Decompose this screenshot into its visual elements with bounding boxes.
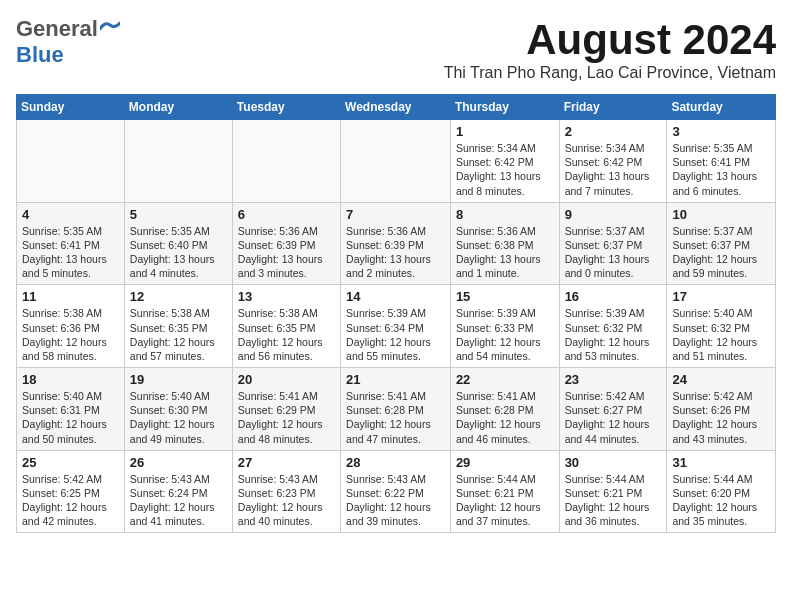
day-number: 28: [346, 455, 445, 470]
day-info: Sunrise: 5:34 AM Sunset: 6:42 PM Dayligh…: [565, 141, 662, 198]
calendar-cell: 10Sunrise: 5:37 AM Sunset: 6:37 PM Dayli…: [667, 202, 776, 285]
calendar-cell: 25Sunrise: 5:42 AM Sunset: 6:25 PM Dayli…: [17, 450, 125, 533]
day-info: Sunrise: 5:36 AM Sunset: 6:39 PM Dayligh…: [238, 224, 335, 281]
day-info: Sunrise: 5:40 AM Sunset: 6:32 PM Dayligh…: [672, 306, 770, 363]
calendar-cell: 22Sunrise: 5:41 AM Sunset: 6:28 PM Dayli…: [450, 368, 559, 451]
day-number: 25: [22, 455, 119, 470]
calendar-cell: [17, 120, 125, 203]
day-info: Sunrise: 5:44 AM Sunset: 6:21 PM Dayligh…: [565, 472, 662, 529]
calendar-cell: 15Sunrise: 5:39 AM Sunset: 6:33 PM Dayli…: [450, 285, 559, 368]
calendar-cell: 28Sunrise: 5:43 AM Sunset: 6:22 PM Dayli…: [341, 450, 451, 533]
header-day-friday: Friday: [559, 95, 667, 120]
day-info: Sunrise: 5:41 AM Sunset: 6:28 PM Dayligh…: [456, 389, 554, 446]
calendar-cell: 8Sunrise: 5:36 AM Sunset: 6:38 PM Daylig…: [450, 202, 559, 285]
day-info: Sunrise: 5:42 AM Sunset: 6:27 PM Dayligh…: [565, 389, 662, 446]
day-info: Sunrise: 5:39 AM Sunset: 6:32 PM Dayligh…: [565, 306, 662, 363]
calendar-cell: 27Sunrise: 5:43 AM Sunset: 6:23 PM Dayli…: [232, 450, 340, 533]
calendar-cell: 14Sunrise: 5:39 AM Sunset: 6:34 PM Dayli…: [341, 285, 451, 368]
calendar-cell: [232, 120, 340, 203]
calendar-cell: 7Sunrise: 5:36 AM Sunset: 6:39 PM Daylig…: [341, 202, 451, 285]
calendar-header-row: SundayMondayTuesdayWednesdayThursdayFrid…: [17, 95, 776, 120]
calendar-cell: [341, 120, 451, 203]
calendar-week-row: 4Sunrise: 5:35 AM Sunset: 6:41 PM Daylig…: [17, 202, 776, 285]
day-number: 24: [672, 372, 770, 387]
day-info: Sunrise: 5:37 AM Sunset: 6:37 PM Dayligh…: [672, 224, 770, 281]
day-info: Sunrise: 5:37 AM Sunset: 6:37 PM Dayligh…: [565, 224, 662, 281]
day-number: 26: [130, 455, 227, 470]
day-number: 11: [22, 289, 119, 304]
calendar-cell: [124, 120, 232, 203]
day-info: Sunrise: 5:39 AM Sunset: 6:34 PM Dayligh…: [346, 306, 445, 363]
day-number: 19: [130, 372, 227, 387]
day-number: 9: [565, 207, 662, 222]
calendar-cell: 12Sunrise: 5:38 AM Sunset: 6:35 PM Dayli…: [124, 285, 232, 368]
day-number: 1: [456, 124, 554, 139]
day-number: 18: [22, 372, 119, 387]
day-info: Sunrise: 5:35 AM Sunset: 6:41 PM Dayligh…: [672, 141, 770, 198]
day-info: Sunrise: 5:42 AM Sunset: 6:26 PM Dayligh…: [672, 389, 770, 446]
header-day-monday: Monday: [124, 95, 232, 120]
day-number: 12: [130, 289, 227, 304]
day-number: 30: [565, 455, 662, 470]
day-info: Sunrise: 5:36 AM Sunset: 6:38 PM Dayligh…: [456, 224, 554, 281]
day-info: Sunrise: 5:38 AM Sunset: 6:35 PM Dayligh…: [238, 306, 335, 363]
header-day-saturday: Saturday: [667, 95, 776, 120]
day-info: Sunrise: 5:38 AM Sunset: 6:35 PM Dayligh…: [130, 306, 227, 363]
header-day-tuesday: Tuesday: [232, 95, 340, 120]
day-info: Sunrise: 5:36 AM Sunset: 6:39 PM Dayligh…: [346, 224, 445, 281]
logo-general: General: [16, 16, 98, 42]
calendar-cell: 9Sunrise: 5:37 AM Sunset: 6:37 PM Daylig…: [559, 202, 667, 285]
day-number: 31: [672, 455, 770, 470]
calendar-cell: 16Sunrise: 5:39 AM Sunset: 6:32 PM Dayli…: [559, 285, 667, 368]
day-info: Sunrise: 5:41 AM Sunset: 6:28 PM Dayligh…: [346, 389, 445, 446]
calendar-cell: 13Sunrise: 5:38 AM Sunset: 6:35 PM Dayli…: [232, 285, 340, 368]
calendar-week-row: 18Sunrise: 5:40 AM Sunset: 6:31 PM Dayli…: [17, 368, 776, 451]
day-info: Sunrise: 5:43 AM Sunset: 6:24 PM Dayligh…: [130, 472, 227, 529]
calendar-cell: 26Sunrise: 5:43 AM Sunset: 6:24 PM Dayli…: [124, 450, 232, 533]
calendar-cell: 18Sunrise: 5:40 AM Sunset: 6:31 PM Dayli…: [17, 368, 125, 451]
calendar-week-row: 11Sunrise: 5:38 AM Sunset: 6:36 PM Dayli…: [17, 285, 776, 368]
calendar-cell: 6Sunrise: 5:36 AM Sunset: 6:39 PM Daylig…: [232, 202, 340, 285]
calendar-cell: 29Sunrise: 5:44 AM Sunset: 6:21 PM Dayli…: [450, 450, 559, 533]
calendar-week-row: 25Sunrise: 5:42 AM Sunset: 6:25 PM Dayli…: [17, 450, 776, 533]
day-info: Sunrise: 5:40 AM Sunset: 6:31 PM Dayligh…: [22, 389, 119, 446]
day-info: Sunrise: 5:42 AM Sunset: 6:25 PM Dayligh…: [22, 472, 119, 529]
day-number: 3: [672, 124, 770, 139]
header-day-thursday: Thursday: [450, 95, 559, 120]
day-number: 29: [456, 455, 554, 470]
day-info: Sunrise: 5:44 AM Sunset: 6:20 PM Dayligh…: [672, 472, 770, 529]
header-day-sunday: Sunday: [17, 95, 125, 120]
calendar-cell: 23Sunrise: 5:42 AM Sunset: 6:27 PM Dayli…: [559, 368, 667, 451]
logo-bird-icon: [100, 21, 120, 37]
day-info: Sunrise: 5:34 AM Sunset: 6:42 PM Dayligh…: [456, 141, 554, 198]
day-info: Sunrise: 5:43 AM Sunset: 6:22 PM Dayligh…: [346, 472, 445, 529]
day-number: 23: [565, 372, 662, 387]
day-number: 2: [565, 124, 662, 139]
calendar-cell: 4Sunrise: 5:35 AM Sunset: 6:41 PM Daylig…: [17, 202, 125, 285]
day-info: Sunrise: 5:39 AM Sunset: 6:33 PM Dayligh…: [456, 306, 554, 363]
location-title: Thi Tran Pho Rang, Lao Cai Province, Vie…: [444, 64, 776, 82]
calendar-cell: 20Sunrise: 5:41 AM Sunset: 6:29 PM Dayli…: [232, 368, 340, 451]
day-number: 27: [238, 455, 335, 470]
calendar-cell: 21Sunrise: 5:41 AM Sunset: 6:28 PM Dayli…: [341, 368, 451, 451]
day-info: Sunrise: 5:43 AM Sunset: 6:23 PM Dayligh…: [238, 472, 335, 529]
calendar-cell: 19Sunrise: 5:40 AM Sunset: 6:30 PM Dayli…: [124, 368, 232, 451]
day-number: 10: [672, 207, 770, 222]
day-number: 22: [456, 372, 554, 387]
calendar-cell: 1Sunrise: 5:34 AM Sunset: 6:42 PM Daylig…: [450, 120, 559, 203]
day-number: 6: [238, 207, 335, 222]
calendar-cell: 17Sunrise: 5:40 AM Sunset: 6:32 PM Dayli…: [667, 285, 776, 368]
logo: General Blue: [16, 16, 120, 68]
calendar-cell: 30Sunrise: 5:44 AM Sunset: 6:21 PM Dayli…: [559, 450, 667, 533]
day-number: 21: [346, 372, 445, 387]
header-day-wednesday: Wednesday: [341, 95, 451, 120]
calendar-cell: 5Sunrise: 5:35 AM Sunset: 6:40 PM Daylig…: [124, 202, 232, 285]
calendar-cell: 3Sunrise: 5:35 AM Sunset: 6:41 PM Daylig…: [667, 120, 776, 203]
day-number: 7: [346, 207, 445, 222]
day-number: 17: [672, 289, 770, 304]
calendar-cell: 24Sunrise: 5:42 AM Sunset: 6:26 PM Dayli…: [667, 368, 776, 451]
calendar-week-row: 1Sunrise: 5:34 AM Sunset: 6:42 PM Daylig…: [17, 120, 776, 203]
day-info: Sunrise: 5:44 AM Sunset: 6:21 PM Dayligh…: [456, 472, 554, 529]
day-number: 14: [346, 289, 445, 304]
calendar-cell: 31Sunrise: 5:44 AM Sunset: 6:20 PM Dayli…: [667, 450, 776, 533]
